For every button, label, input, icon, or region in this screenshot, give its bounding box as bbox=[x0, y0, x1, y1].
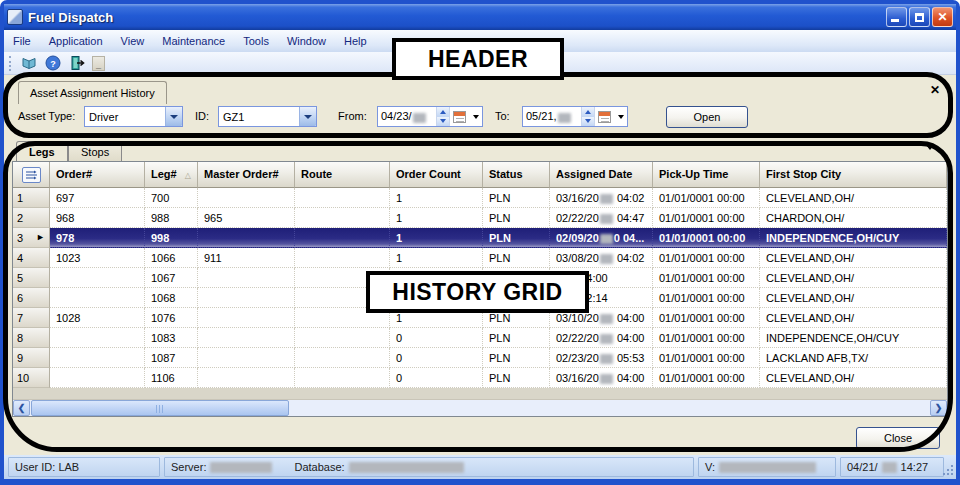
version-label: V: bbox=[705, 461, 715, 473]
redacted-value bbox=[210, 462, 272, 473]
status-time: 14:27 bbox=[901, 461, 929, 473]
title-bar[interactable]: Fuel Dispatch ✕ bbox=[4, 4, 956, 30]
resize-grip-icon[interactable] bbox=[951, 473, 953, 475]
database-label: Database: bbox=[294, 461, 344, 473]
status-date: 04/21/ bbox=[847, 461, 878, 473]
window-title: Fuel Dispatch bbox=[28, 10, 884, 25]
help-icon[interactable]: ? bbox=[42, 53, 64, 73]
menu-item-help[interactable]: Help bbox=[335, 31, 376, 51]
header-annotation-label: HEADER bbox=[428, 46, 528, 73]
redacted-value bbox=[882, 462, 897, 473]
exit-icon[interactable] bbox=[66, 53, 88, 73]
menu-item-application[interactable]: Application bbox=[40, 31, 112, 51]
menu-item-window[interactable]: Window bbox=[278, 31, 335, 51]
minimized-window-button[interactable]: _ bbox=[92, 56, 105, 71]
history-grid-annotation-box: HISTORY GRID bbox=[366, 271, 589, 313]
toolbar-grip[interactable] bbox=[9, 56, 12, 71]
menu-item-tools[interactable]: Tools bbox=[234, 31, 278, 51]
header-annotation-box: HEADER bbox=[392, 38, 564, 80]
redacted-value bbox=[349, 462, 464, 473]
statusbar-server-panel: Server: Database: bbox=[164, 457, 694, 477]
user-id-text: User ID: LAB bbox=[15, 461, 79, 473]
server-label: Server: bbox=[171, 461, 206, 473]
statusbar-datetime-panel: 04/21/ 14:27 bbox=[840, 457, 944, 477]
menu-item-maintenance[interactable]: Maintenance bbox=[153, 31, 234, 51]
menu-item-file[interactable]: File bbox=[4, 31, 40, 51]
minimize-button[interactable] bbox=[886, 7, 907, 27]
redacted-value bbox=[719, 462, 816, 473]
statusbar-version-panel: V: bbox=[698, 457, 836, 477]
status-bar: User ID: LAB Server: Database: V: 04/21/… bbox=[4, 455, 956, 479]
app-icon bbox=[7, 9, 23, 25]
close-window-button[interactable]: ✕ bbox=[932, 7, 953, 27]
maximize-button[interactable] bbox=[909, 7, 930, 27]
menu-item-view[interactable]: View bbox=[112, 31, 154, 51]
statusbar-user-panel: User ID: LAB bbox=[8, 457, 160, 477]
history-grid-annotation-label: HISTORY GRID bbox=[392, 279, 562, 306]
notes-icon[interactable] bbox=[18, 53, 40, 73]
header-region-outline bbox=[3, 72, 953, 138]
svg-text:?: ? bbox=[50, 59, 56, 69]
